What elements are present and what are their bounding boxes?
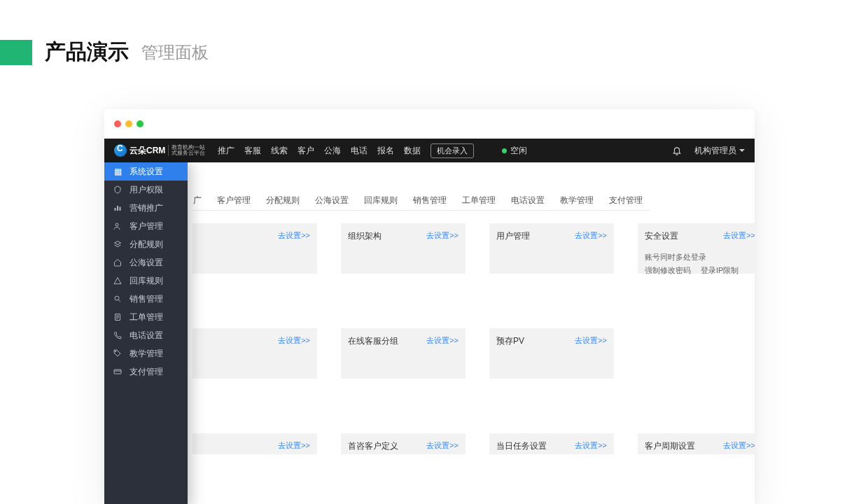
sidebar-item-payment-mgmt[interactable]: 支付管理 [104,363,188,381]
topnav: 推广 客服 线索 客户 公海 电话 报名 数据 机会录入 [218,144,474,158]
cards-row-1: 去设置>> 组织架构 去设置>> 用户管理 去设置>> 安全设置 去设置>> 账… [192,223,727,274]
sidebar-item-customer-mgmt[interactable]: 客户管理 [104,217,188,235]
sidebar-item-label: 分配规则 [130,239,163,251]
house-icon [113,258,122,267]
go-settings-link[interactable]: 去设置>> [723,230,755,241]
sidebar-item-return-rules[interactable]: 回库规则 [104,272,188,290]
card-title: 在线客服分组 [348,336,398,346]
chevron-down-icon [739,149,745,152]
tabs: 广 客户管理 分配规则 公海设置 回库规则 销售管理 工单管理 电话设置 教学管… [192,190,727,211]
topnav-item[interactable]: 客服 [244,145,261,157]
tab-item[interactable]: 分配规则 [258,190,307,211]
search-icon [113,294,122,304]
tab-item[interactable]: 广 [192,190,209,211]
tab-item[interactable]: 电话设置 [503,190,552,211]
go-settings-link[interactable]: 去设置>> [575,230,607,241]
sidebar-item-allocation-rules[interactable]: 分配规则 [104,235,188,253]
page-title-main: 产品演示 [45,38,129,66]
sidebar-item-phone-settings[interactable]: 电话设置 [104,326,188,344]
record-button[interactable]: 机会录入 [430,144,474,158]
go-settings-link[interactable]: 去设置>> [575,440,607,451]
sidebar-item-user-permissions[interactable]: 用户权限 [104,181,188,199]
topnav-item[interactable]: 客户 [298,145,314,157]
user-label: 机构管理员 [694,145,736,157]
status-indicator: 空闲 [502,145,527,157]
card-sub-item: 账号同时多处登录 [645,252,706,262]
card-sub-item: 强制修改密码 [645,265,691,276]
svg-point-4 [115,296,119,300]
topnav-item[interactable]: 线索 [271,145,288,157]
svg-rect-0 [115,208,116,211]
maximize-dot-icon[interactable] [136,120,144,127]
file-icon [113,312,122,322]
bell-icon[interactable] [672,146,682,155]
body-area: ▦ 系统设置 用户权限 营销推广 客户管理 [104,162,755,504]
settings-card-customer-cycle: 客户周期设置 去设置>> [638,433,755,454]
topbar: 云朵CRM 教育机构一站 式服务云平台 推广 客服 线索 客户 公海 电话 报名… [104,139,755,162]
card-title: 客户周期设置 [645,441,695,451]
settings-card-org: 组织架构 去设置>> [341,223,465,274]
user-menu[interactable]: 机构管理员 [694,145,745,157]
sidebar-item-system-settings[interactable]: ▦ 系统设置 [104,162,188,181]
go-settings-link[interactable]: 去设置>> [575,335,607,346]
cards-row-2: 去设置>> 在线客服分组 去设置>> 预存PV 去设置>> [192,328,727,379]
svg-rect-7 [114,370,121,374]
page-title-sub: 管理面板 [141,41,209,64]
go-settings-link[interactable]: 去设置>> [723,440,755,451]
sidebar: ▦ 系统设置 用户权限 营销推广 客户管理 [104,162,188,504]
tab-item[interactable]: 客户管理 [209,190,258,211]
logo-icon [114,144,127,157]
logo-text: 云朵CRM [130,145,165,157]
card-title: 首咨客户定义 [348,441,398,451]
section-gap [192,379,727,419]
section-gap [192,274,727,314]
tab-item[interactable]: 公海设置 [307,190,356,211]
go-settings-link[interactable]: 去设置>> [426,440,458,451]
tab-item[interactable]: 工单管理 [454,190,503,211]
tab-item[interactable]: 销售管理 [405,190,454,211]
topnav-item[interactable]: 数据 [404,145,421,157]
go-settings-link[interactable]: 去设置>> [278,335,310,346]
sidebar-item-label: 营销推广 [130,202,163,214]
card-title: 当日任务设置 [496,441,547,451]
content: 广 客户管理 分配规则 公海设置 回库规则 销售管理 工单管理 电话设置 教学管… [167,162,755,504]
sidebar-item-ticket-mgmt[interactable]: 工单管理 [104,308,188,326]
card-title: 安全设置 [645,231,678,241]
go-settings-link[interactable]: 去设置>> [278,230,310,241]
topnav-item[interactable]: 公海 [324,145,341,157]
close-dot-icon[interactable] [114,120,121,127]
page-heading: 产品演示 管理面板 [0,38,209,66]
sidebar-item-label: 教学管理 [130,348,163,360]
settings-card-user-mgmt: 用户管理 去设置>> [489,223,614,274]
svg-rect-2 [120,207,121,211]
cards-row-3: 去设置>> 首咨客户定义 去设置>> 当日任务设置 去设置>> 客户周期设置 去… [192,433,727,454]
status-label: 空闲 [510,145,527,157]
go-settings-link[interactable]: 去设置>> [426,335,458,346]
sidebar-item-label: 客户管理 [130,220,163,232]
status-dot-icon [502,148,507,153]
accent-block [0,40,32,65]
topnav-item[interactable]: 电话 [351,145,368,157]
sidebar-item-label: 系统设置 [130,166,163,178]
sidebar-item-label: 电话设置 [130,330,163,342]
sidebar-item-teaching-mgmt[interactable]: 教学管理 [104,344,188,363]
go-settings-link[interactable]: 去设置>> [278,440,310,451]
tab-item[interactable]: 支付管理 [601,190,650,211]
window-controls [104,109,755,139]
tab-item[interactable]: 教学管理 [552,190,601,211]
topnav-item[interactable]: 推广 [218,145,234,157]
minimize-dot-icon[interactable] [125,120,132,127]
app-window: 云朵CRM 教育机构一站 式服务云平台 推广 客服 线索 客户 公海 电话 报名… [104,109,755,504]
svg-point-3 [115,223,118,226]
sidebar-item-label: 公海设置 [130,257,163,269]
card-sub-items: 账号同时多处登录 强制修改密码 登录IP限制 [645,252,755,276]
sidebar-item-label: 支付管理 [130,366,163,378]
settings-card: 去设置>> [192,328,317,379]
sidebar-item-sea-settings[interactable]: 公海设置 [104,253,188,272]
settings-card-first-consult: 首咨客户定义 去设置>> [341,433,465,454]
topnav-item[interactable]: 报名 [377,145,394,157]
go-settings-link[interactable]: 去设置>> [426,230,458,241]
tab-item[interactable]: 回库规则 [356,190,405,211]
sidebar-item-sales-mgmt[interactable]: 销售管理 [104,290,188,308]
sidebar-item-marketing[interactable]: 营销推广 [104,199,188,217]
